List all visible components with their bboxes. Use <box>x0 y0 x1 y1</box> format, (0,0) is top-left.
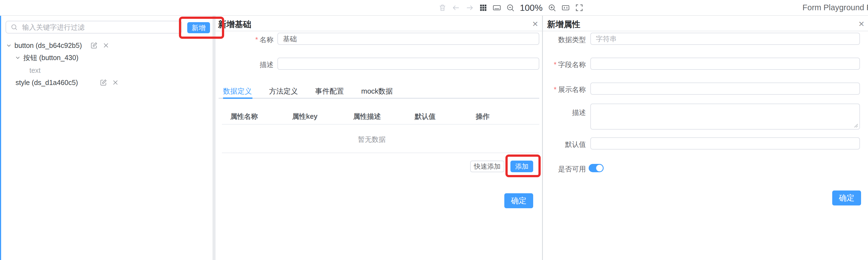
required-mark: * <box>255 36 258 43</box>
name-label: *名称 <box>239 35 274 44</box>
datatype-label: 数据类型 <box>544 35 586 44</box>
edit-icon[interactable] <box>90 42 98 49</box>
topbar-divider <box>0 15 868 16</box>
default-value-input[interactable] <box>590 137 860 150</box>
zoom-out-icon[interactable] <box>506 3 515 12</box>
col-header: 属性名称 <box>230 112 258 121</box>
attr-confirm-button[interactable]: 确定 <box>832 190 861 206</box>
chevron-down-icon[interactable] <box>15 55 21 60</box>
search-input-wrap <box>5 21 182 34</box>
toggle-knob <box>596 165 603 172</box>
search-input[interactable] <box>22 23 167 32</box>
basic-confirm-button[interactable]: 确定 <box>504 193 533 208</box>
search-icon <box>10 24 18 31</box>
basic-panel-title: 新增基础 <box>218 19 251 30</box>
sidebar-resize-divider[interactable] <box>213 16 216 260</box>
attr-desc-textarea[interactable] <box>590 104 860 129</box>
attr-panel-header-border <box>543 31 868 31</box>
name-input[interactable] <box>277 33 539 45</box>
tree-item-text[interactable]: text <box>29 64 207 76</box>
panel-divider <box>542 16 543 260</box>
tree-item-label: text <box>29 67 40 74</box>
basic-panel-header-border <box>216 31 542 31</box>
attr-desc-label: 描述 <box>544 108 586 117</box>
zoom-in-icon[interactable] <box>547 3 557 12</box>
tabs-active-indicator <box>223 98 252 99</box>
display-name-input[interactable] <box>590 82 860 95</box>
empty-data-text: 暂无数据 <box>358 135 385 144</box>
display-name-label: *展示名称 <box>544 85 586 94</box>
enabled-label: 是否可用 <box>544 164 586 174</box>
required-mark: * <box>554 61 556 68</box>
resize-handle-icon[interactable] <box>852 122 858 128</box>
default-value-label: 默认值 <box>544 140 586 149</box>
zoom-level: 100% <box>520 3 542 13</box>
tree-item-label: button (ds_b64c92b5) <box>14 41 82 49</box>
field-name-input[interactable] <box>590 58 860 70</box>
delete-icon[interactable] <box>103 42 109 49</box>
tab-method-definition[interactable]: 方法定义 <box>269 86 298 96</box>
tab-event-config[interactable]: 事件配置 <box>315 86 344 96</box>
sidebar-accent-line <box>0 16 1 260</box>
undo-arrow-icon[interactable] <box>451 3 461 12</box>
tabs-track <box>219 98 539 99</box>
tree-item-anniu[interactable]: 按钮 (button_430) <box>15 51 209 64</box>
add-property-button[interactable]: 添加 <box>510 160 533 172</box>
chevron-down-icon[interactable] <box>6 43 12 48</box>
desc-label: 描述 <box>239 60 274 69</box>
edit-icon[interactable] <box>100 79 107 86</box>
table-bottom-border <box>222 153 539 153</box>
col-header: 默认值 <box>415 112 436 121</box>
col-header: 属性描述 <box>353 112 381 121</box>
grid-icon[interactable] <box>478 3 488 12</box>
add-component-button[interactable]: 新增 <box>187 22 210 33</box>
datatype-input[interactable] <box>590 33 860 45</box>
keyboard-icon[interactable] <box>492 3 501 12</box>
tree-item-button[interactable]: button (ds_b64c92b5) <box>6 39 213 51</box>
tree-item-style[interactable]: style (ds_d1a460c5) <box>16 76 213 88</box>
desc-input[interactable] <box>277 58 539 70</box>
fullscreen-icon[interactable] <box>575 3 584 12</box>
required-mark: * <box>554 85 556 93</box>
tree-item-label: style (ds_d1a460c5) <box>16 79 78 87</box>
app-title: Form Playground F <box>803 3 868 12</box>
col-header: 属性key <box>292 112 318 121</box>
tab-mock-data[interactable]: mock数据 <box>361 86 393 96</box>
attr-panel-title: 新增属性 <box>547 19 580 30</box>
one-to-one-icon[interactable] <box>561 3 570 12</box>
quick-add-button[interactable]: 快速添加 <box>470 160 504 172</box>
delete-icon[interactable] <box>112 79 119 86</box>
tree-item-label: 按钮 (button_430) <box>23 53 79 62</box>
field-name-label: *字段名称 <box>544 60 586 69</box>
basic-panel-tabs: 数据定义 方法定义 事件配置 mock数据 <box>223 86 393 96</box>
close-icon[interactable]: ✕ <box>532 21 538 28</box>
canvas-toolbar: 100% <box>438 2 584 13</box>
tab-data-definition[interactable]: 数据定义 <box>223 86 252 96</box>
redo-arrow-icon[interactable] <box>465 3 474 12</box>
close-icon[interactable]: ✕ <box>858 21 865 28</box>
table-header-border <box>222 124 539 124</box>
col-header: 操作 <box>476 112 490 121</box>
trash-icon[interactable] <box>438 3 447 12</box>
enabled-toggle[interactable] <box>589 164 603 172</box>
